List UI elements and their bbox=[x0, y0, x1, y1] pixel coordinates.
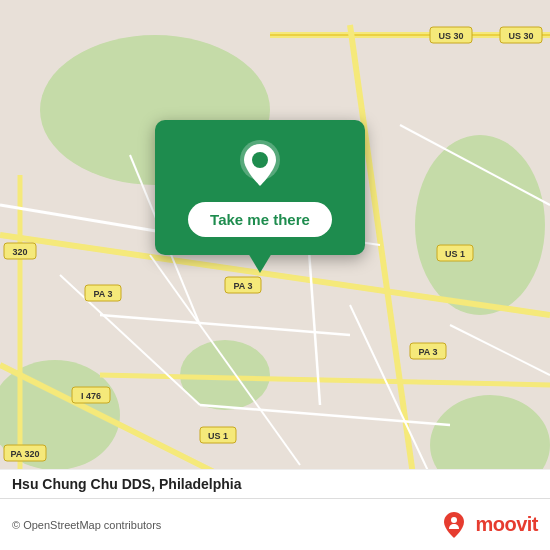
place-name-bar: Hsu Chung Chu DDS, Philadelphia bbox=[0, 469, 550, 498]
svg-point-46 bbox=[451, 517, 457, 523]
bottom-bar: © OpenStreetMap contributors moovit bbox=[0, 498, 550, 550]
svg-point-2 bbox=[415, 135, 545, 315]
map-container: US 30 PA 3 PA 3 PA 3 US 1 US 1 320 PA 32… bbox=[0, 0, 550, 550]
location-popup: Take me there bbox=[155, 120, 365, 255]
svg-text:US 30: US 30 bbox=[438, 31, 463, 41]
location-pin-icon bbox=[234, 140, 286, 192]
svg-text:PA 3: PA 3 bbox=[418, 347, 437, 357]
take-me-there-button[interactable]: Take me there bbox=[188, 202, 332, 237]
svg-text:US 1: US 1 bbox=[208, 431, 228, 441]
osm-attribution: © OpenStreetMap contributors bbox=[12, 519, 439, 531]
map-background: US 30 PA 3 PA 3 PA 3 US 1 US 1 320 PA 32… bbox=[0, 0, 550, 550]
place-name-text: Hsu Chung Chu DDS, Philadelphia bbox=[12, 476, 241, 492]
moovit-icon bbox=[439, 510, 469, 540]
svg-text:I 476: I 476 bbox=[81, 391, 101, 401]
svg-text:PA 3: PA 3 bbox=[93, 289, 112, 299]
moovit-logo: moovit bbox=[439, 510, 538, 540]
svg-text:US 1: US 1 bbox=[445, 249, 465, 259]
svg-text:PA 3: PA 3 bbox=[233, 281, 252, 291]
svg-text:PA 320: PA 320 bbox=[10, 449, 39, 459]
moovit-brand-text: moovit bbox=[475, 513, 538, 536]
svg-text:320: 320 bbox=[12, 247, 27, 257]
svg-point-45 bbox=[252, 152, 268, 168]
svg-text:US 30: US 30 bbox=[508, 31, 533, 41]
